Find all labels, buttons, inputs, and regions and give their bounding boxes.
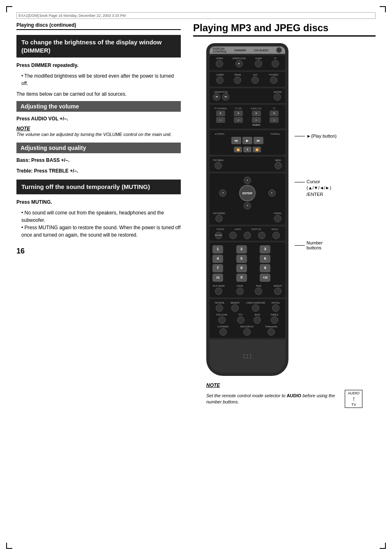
volume-note-text: The volume can be adjusted by turning th… — [16, 131, 181, 138]
cancel-btn[interactable] — [274, 215, 281, 222]
upper-btn[interactable] — [216, 60, 223, 67]
fm-mode-btn[interactable] — [216, 304, 223, 312]
on-screen-btn[interactable] — [215, 215, 223, 222]
group-next-btn[interactable]: ⏭ — [222, 93, 229, 101]
remote-top-strip: DISPLAYCONTROL DIMMER CH/ AUDIO — [210, 46, 285, 54]
tuning-left-label: ◄TUNING — [214, 133, 224, 135]
tv-col-upper: TV — [272, 57, 279, 67]
dimmer-press-label: Press DIMMER repeatedly. — [16, 62, 181, 69]
group-title-label: GROUP/TITLE — [213, 91, 229, 93]
cursor-down-btn[interactable]: ▼ — [244, 202, 251, 210]
audio-vol-up[interactable]: + — [252, 111, 261, 116]
num-plus10-btn[interactable]: +10 — [260, 274, 270, 282]
numbers-grid: 1 2 3 4 5 6 7 8 9 10 0 + — [211, 244, 284, 283]
a-standby-btn[interactable] — [219, 328, 227, 336]
play-btn[interactable]: ▶ — [242, 137, 252, 144]
lower-btn[interactable] — [216, 76, 224, 84]
cancel-col: CANCEL — [274, 212, 282, 222]
enter-btn[interactable]: ENTER — [239, 185, 256, 201]
tv-selector-label: TV — [351, 403, 356, 407]
skip-prev-btn[interactable]: ⏮ — [231, 137, 241, 144]
upper-label: UPPER — [216, 57, 223, 60]
cursor-annotation-row: Cursor (▲/▼/◄/►) /ENTER — [295, 179, 331, 198]
num-5-btn[interactable]: 5 — [236, 255, 247, 263]
group-prev-btn[interactable]: ⏮ — [213, 93, 220, 101]
num-2-btn[interactable]: 2 — [236, 245, 247, 253]
tv-vol-down[interactable]: − — [234, 117, 243, 123]
muting-bullet-1: No sound will come out from the speakers… — [21, 209, 181, 224]
file-metadata: EXA1[DOM].book Page 16 Monday, December … — [16, 12, 376, 19]
memory-btn[interactable] — [231, 304, 239, 312]
dvd-level-label: DVD LEVEL — [216, 313, 228, 316]
play-btn-text: ►(Play button) — [307, 134, 337, 138]
repeat-label: REPEAT — [274, 285, 282, 287]
pause-btn[interactable]: ⏸ — [243, 147, 251, 152]
group-btns: ⏮ ⏭ — [213, 93, 229, 101]
remote-illustration: DISPLAYCONTROL DIMMER CH/ AUDIO UPPER — [193, 43, 376, 408]
page-btn[interactable] — [255, 288, 262, 295]
num-1-btn[interactable]: 1 — [212, 245, 223, 253]
return-btn[interactable]: RETURN — [215, 232, 222, 239]
num-8-btn[interactable]: 8 — [236, 264, 247, 272]
num-0-btn[interactable]: 0 — [236, 274, 247, 282]
on-screen-label: ON SCREEN — [213, 212, 225, 214]
tv-video-btn[interactable] — [270, 76, 277, 84]
angle-btn[interactable] — [272, 232, 280, 239]
top-menu-btn[interactable] — [214, 162, 222, 169]
corner-mark-br — [380, 543, 386, 549]
tv-channel-up[interactable]: + — [216, 111, 225, 116]
corner-mark-tl — [6, 6, 12, 12]
lower-label: LOWER — [216, 74, 224, 76]
tv-upper-btn[interactable] — [272, 60, 279, 67]
cursor-up-btn[interactable]: ▲ — [244, 177, 251, 184]
subtitle-btn[interactable] — [258, 232, 265, 239]
remote-body: DISPLAYCONTROL DIMMER CH/ AUDIO UPPER — [206, 43, 288, 376]
zoom-btn[interactable] — [236, 288, 244, 295]
dvd-level-btn[interactable] — [218, 316, 226, 324]
num-10-btn[interactable]: 10 — [212, 274, 223, 282]
num-7-btn[interactable]: 7 — [212, 264, 223, 272]
pty-btn[interactable] — [237, 316, 244, 324]
slow-btn[interactable]: ⏪ — [234, 147, 242, 152]
number-btns-line — [295, 245, 305, 246]
audio-btn[interactable] — [244, 232, 251, 239]
tv-channel-down[interactable]: − — [216, 117, 225, 123]
bass-remote-btn[interactable] — [254, 316, 261, 324]
cursor-right-btn[interactable]: ► — [268, 189, 276, 197]
muting-press-label: Press MUTING. — [16, 198, 181, 206]
num-9-btn[interactable]: 9 — [260, 264, 270, 272]
swer-btn[interactable] — [252, 304, 259, 312]
audio-vol-down[interactable]: − — [252, 117, 261, 123]
menu-btn[interactable] — [274, 162, 282, 169]
swer-label: S.WER SURROUND — [246, 302, 265, 304]
slow-fwd-btn[interactable]: ⏩ — [253, 147, 261, 152]
upper-row-section: UPPER OPEN/CLOSE ⏏ SLEEP — [210, 55, 285, 70]
num-4-btn[interactable]: 4 — [212, 255, 223, 263]
open-close-btn[interactable]: ⏏ — [235, 60, 243, 67]
memory-label: MEMORY — [231, 302, 240, 304]
sleep-btn[interactable] — [255, 60, 262, 67]
num-6-btn[interactable]: 6 — [260, 255, 270, 263]
skip-next-btn[interactable]: ⏭ — [254, 137, 263, 144]
repeat-btn[interactable] — [274, 288, 281, 295]
tv-vol-up[interactable]: + — [234, 111, 243, 116]
treble-remote-btn[interactable] — [271, 316, 278, 324]
ta-news-btn[interactable] — [267, 328, 275, 336]
tv-upper-label: TV — [274, 57, 277, 60]
cursor-left-btn[interactable]: ◄ — [219, 189, 226, 197]
footer-note-label: NOTE — [206, 382, 362, 388]
aux-btn[interactable] — [251, 76, 259, 84]
rds-display-btn[interactable] — [243, 328, 251, 336]
ch-audio-btn[interactable] — [276, 47, 282, 53]
play-mode-btn[interactable] — [215, 288, 222, 295]
choice-btn[interactable] — [229, 232, 237, 239]
num-3-btn[interactable]: 3 — [260, 245, 270, 253]
dot-4 — [243, 357, 245, 359]
fmam-btn[interactable] — [234, 76, 241, 84]
virtual-btn[interactable] — [272, 304, 279, 312]
right-section-header: Playing MP3 and JPEG discs — [193, 22, 376, 37]
muting-btn[interactable] — [274, 93, 281, 101]
tv-right-down[interactable]: − — [270, 117, 279, 123]
tv-right-up[interactable]: + — [270, 111, 279, 116]
dot-3 — [250, 354, 251, 356]
